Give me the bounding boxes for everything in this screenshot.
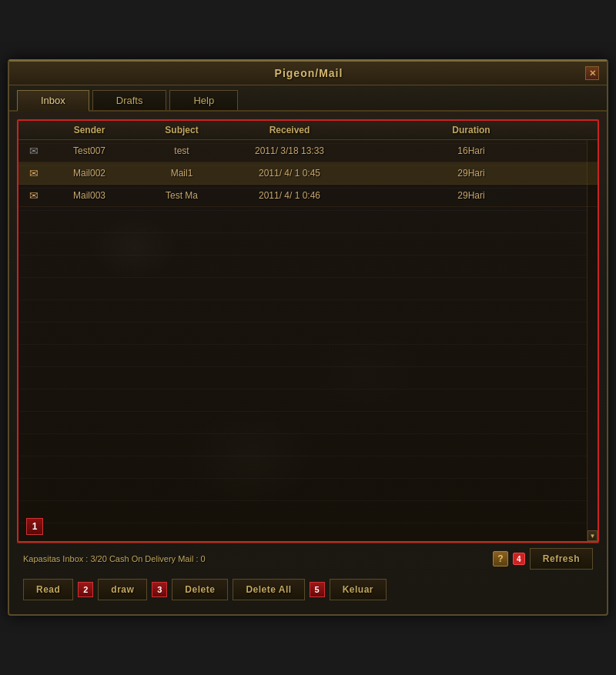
status-bar: Kapasitas Inbox : 3/20 Cash On Delivery … [17, 543, 599, 574]
badge-3: 3 [152, 582, 167, 597]
col-header-subject: Subject [136, 125, 228, 135]
cell-duration: 29Hari [351, 190, 591, 201]
badge-5: 5 [310, 582, 325, 597]
scroll-down-button[interactable]: ▼ [588, 530, 598, 541]
mail-rows: ✉ Test007 test 2011/ 3/18 13:33 16Hari ✉… [18, 140, 598, 207]
title-bar: Pigeon/Mail ✕ [9, 62, 607, 85]
col-header-sender: Sender [43, 125, 136, 135]
mail-window: Pigeon/Mail ✕ Inbox Drafts Help Sender S… [8, 59, 608, 616]
cell-duration: 29Hari [351, 168, 591, 179]
cell-subject: Test Ma [136, 190, 228, 201]
tab-help[interactable]: Help [169, 90, 238, 110]
cell-duration: 16Hari [351, 145, 591, 156]
delete-all-button[interactable]: Delete All [233, 579, 304, 600]
delete-button[interactable]: Delete [172, 579, 228, 600]
table-header: Sender Subject Received Duration [18, 121, 598, 140]
status-text: Kapasitas Inbox : 3/20 Cash On Delivery … [23, 554, 488, 563]
mail-table-container: Sender Subject Received Duration ✉ Test0… [17, 119, 599, 543]
table-row[interactable]: ✉ Mail003 Test Ma 2011/ 4/ 1 0:46 29Hari [18, 185, 598, 207]
tab-drafts[interactable]: Drafts [92, 90, 167, 110]
table-row[interactable]: ✉ Test007 test 2011/ 3/18 13:33 16Hari [18, 140, 598, 162]
badge-2: 2 [78, 582, 93, 597]
withdraw-button[interactable]: draw [98, 579, 147, 600]
refresh-button[interactable]: Refresh [530, 548, 593, 570]
cell-subject: Mail1 [136, 168, 228, 179]
tab-bar: Inbox Drafts Help [9, 85, 607, 112]
window-title: Pigeon/Mail [32, 67, 585, 79]
table-row[interactable]: ✉ Mail002 Mail1 2011/ 4/ 1 0:45 29Hari [18, 162, 598, 185]
tab-inbox[interactable]: Inbox [17, 90, 89, 112]
badge-4: 4 [513, 553, 525, 565]
mail-status-icon: ✉ [25, 145, 43, 157]
cell-sender: Mail002 [43, 168, 136, 179]
cell-received: 2011/ 4/ 1 0:46 [228, 190, 351, 201]
cell-sender: Mail003 [43, 190, 136, 201]
mail-status-icon: ✉ [25, 189, 43, 202]
help-button[interactable]: ? [493, 551, 508, 566]
close-button[interactable]: ✕ [585, 66, 599, 80]
cell-subject: test [136, 145, 228, 156]
action-bar: Read 2 draw 3 Delete Delete All 5 Keluar [17, 574, 599, 606]
page-indicator: 1 [26, 518, 43, 535]
col-header-duration: Duration [351, 125, 591, 135]
content-area: Sender Subject Received Duration ✉ Test0… [9, 112, 607, 614]
mail-status-icon: ✉ [25, 167, 43, 179]
cell-sender: Test007 [43, 145, 136, 156]
cell-received: 2011/ 4/ 1 0:45 [228, 168, 351, 179]
col-header-received: Received [228, 125, 351, 135]
exit-button[interactable]: Keluar [330, 579, 387, 600]
read-button[interactable]: Read [23, 579, 73, 600]
cell-received: 2011/ 3/18 13:33 [228, 145, 351, 156]
